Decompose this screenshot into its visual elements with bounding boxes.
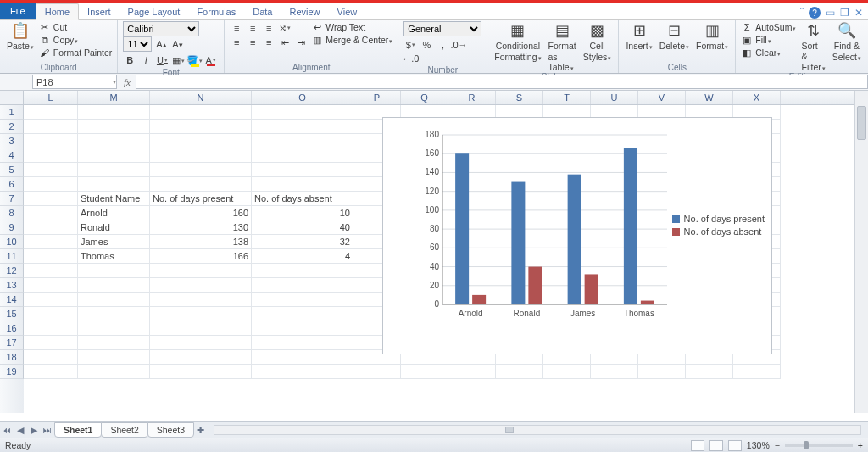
tab-data[interactable]: Data xyxy=(244,4,281,19)
col-head-X[interactable]: X xyxy=(733,91,781,104)
cell[interactable] xyxy=(252,321,353,336)
clear-button[interactable]: ◧Clear xyxy=(741,47,796,59)
cell[interactable]: 130 xyxy=(150,220,252,235)
cell[interactable] xyxy=(150,336,252,350)
shrink-font-button[interactable]: A▾ xyxy=(170,37,184,51)
orientation-button[interactable]: ⤭ xyxy=(278,21,292,35)
row-head-13[interactable]: 13 xyxy=(0,278,24,293)
cell[interactable] xyxy=(24,235,78,249)
border-button[interactable]: ▦ xyxy=(172,54,186,68)
increase-decimal-button[interactable]: .0→ xyxy=(453,38,466,52)
cell[interactable] xyxy=(78,105,150,120)
help-icon[interactable]: ? xyxy=(809,7,821,19)
cell[interactable] xyxy=(78,134,150,148)
font-color-button[interactable]: A xyxy=(204,53,218,67)
col-head-O[interactable]: O xyxy=(252,91,353,104)
cell[interactable] xyxy=(150,278,252,293)
view-pagebreak-button[interactable] xyxy=(728,440,742,451)
cell[interactable] xyxy=(150,365,252,379)
delete-cells-button[interactable]: ⊟Delete xyxy=(658,21,691,51)
wrap-text-button[interactable]: ↩Wrap Text xyxy=(311,21,392,33)
select-all-button[interactable] xyxy=(0,91,24,105)
cell[interactable] xyxy=(638,365,686,379)
col-head-M[interactable]: M xyxy=(78,91,150,104)
row-head-10[interactable]: 10 xyxy=(0,235,24,249)
view-normal-button[interactable] xyxy=(691,440,704,451)
col-head-R[interactable]: R xyxy=(448,91,496,104)
cell[interactable] xyxy=(150,307,252,321)
cell[interactable] xyxy=(78,163,150,177)
cell[interactable] xyxy=(24,220,78,235)
cell[interactable] xyxy=(24,336,78,350)
cell[interactable] xyxy=(686,365,733,379)
cell[interactable] xyxy=(24,148,78,163)
cell[interactable] xyxy=(252,336,353,350)
row-head-19[interactable]: 19 xyxy=(0,365,24,379)
row-head-3[interactable]: 3 xyxy=(0,134,24,148)
tab-insert[interactable]: Insert xyxy=(79,4,120,19)
fx-icon[interactable]: fx xyxy=(119,77,136,87)
cell[interactable] xyxy=(150,120,252,134)
bold-button[interactable]: B xyxy=(123,53,136,67)
cell[interactable] xyxy=(24,134,78,148)
align-top-button[interactable]: ≡ xyxy=(230,21,243,35)
row-head-5[interactable]: 5 xyxy=(0,163,24,177)
underline-button[interactable]: U xyxy=(155,53,169,67)
sheet-nav-last[interactable]: ⏭ xyxy=(41,425,54,435)
font-name-select[interactable]: Calibri xyxy=(123,21,199,36)
row-head-6[interactable]: 6 xyxy=(0,177,24,192)
zoom-slider[interactable] xyxy=(785,444,853,447)
row-head-8[interactable]: 8 xyxy=(0,206,24,220)
tab-home[interactable]: Home xyxy=(36,3,79,20)
sheet-nav-first[interactable]: ⏮ xyxy=(0,425,14,435)
cell[interactable] xyxy=(24,163,78,177)
cell[interactable] xyxy=(591,365,638,379)
col-head-S[interactable]: S xyxy=(496,91,543,104)
row-head-15[interactable]: 15 xyxy=(0,307,24,321)
window-close-icon[interactable]: ✕ xyxy=(854,7,863,19)
autosum-button[interactable]: ΣAutoSum xyxy=(741,21,796,33)
formula-input[interactable] xyxy=(136,75,868,89)
cell[interactable] xyxy=(543,365,591,379)
tab-formulas[interactable]: Formulas xyxy=(188,4,244,19)
row-head-17[interactable]: 17 xyxy=(0,336,24,350)
cell[interactable] xyxy=(78,293,150,307)
cell[interactable] xyxy=(24,365,78,379)
cell[interactable]: 40 xyxy=(252,220,353,235)
col-head-P[interactable]: P xyxy=(353,91,401,104)
insert-cells-button[interactable]: ⊞Insert xyxy=(624,21,654,51)
decrease-decimal-button[interactable]: ←.0 xyxy=(403,52,417,65)
accounting-button[interactable]: $ xyxy=(403,38,417,52)
row-head-12[interactable]: 12 xyxy=(0,264,24,278)
row-head-4[interactable]: 4 xyxy=(0,148,24,163)
cell[interactable] xyxy=(496,365,543,379)
cell[interactable] xyxy=(252,365,353,379)
new-sheet-button[interactable]: ✚ xyxy=(193,425,207,435)
grow-font-button[interactable]: A▴ xyxy=(154,37,168,51)
cell[interactable] xyxy=(78,321,150,336)
cell[interactable] xyxy=(150,293,252,307)
align-right-button[interactable]: ≡ xyxy=(262,36,275,49)
comma-button[interactable]: , xyxy=(436,38,449,52)
cell[interactable] xyxy=(150,134,252,148)
cell[interactable]: 138 xyxy=(150,235,252,249)
row-head-18[interactable]: 18 xyxy=(0,350,24,365)
vertical-scrollbar[interactable] xyxy=(854,91,868,413)
tab-page-layout[interactable]: Page Layout xyxy=(120,4,189,19)
window-restore-icon[interactable]: ❐ xyxy=(840,7,849,19)
format-cells-button[interactable]: ▥Format xyxy=(694,21,730,51)
cell[interactable]: 32 xyxy=(252,235,353,249)
cell[interactable] xyxy=(24,293,78,307)
row-head-1[interactable]: 1 xyxy=(0,105,24,120)
cell[interactable] xyxy=(448,365,496,379)
cell[interactable] xyxy=(252,105,353,120)
col-head-N[interactable]: N xyxy=(150,91,252,104)
horizontal-scrollbar[interactable] xyxy=(214,425,861,435)
align-bottom-button[interactable]: ≡ xyxy=(262,21,275,35)
row-head-14[interactable]: 14 xyxy=(0,293,24,307)
name-box[interactable]: P18▾ xyxy=(32,75,117,89)
cell[interactable] xyxy=(24,249,78,264)
cell[interactable]: 160 xyxy=(150,206,252,220)
italic-button[interactable]: I xyxy=(139,53,153,67)
cell[interactable] xyxy=(150,264,252,278)
